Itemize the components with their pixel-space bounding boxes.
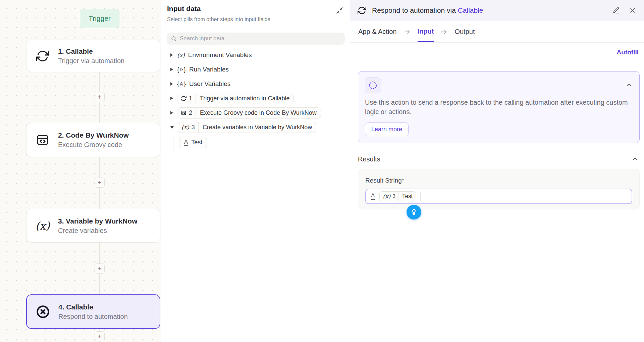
tree-item-label: User Variables [189, 80, 230, 88]
tree-item-step-2[interactable]: 2 Execute Groovy code in Code By WurkNow [170, 107, 344, 118]
add-step-button[interactable]: + [95, 263, 105, 274]
brace-user-icon: {} [177, 81, 186, 88]
step-card-1-callable[interactable]: 1. Callable Trigger via automation [26, 40, 160, 72]
step-subtitle: Respond to automation [58, 313, 128, 321]
pill-label: Execute Groovy code in Code By WurkNow [196, 108, 321, 118]
arrow-right-icon [440, 21, 448, 42]
tree-item-user-variables[interactable]: {} User Variables [170, 78, 344, 90]
close-icon[interactable] [629, 7, 636, 14]
paren-x-icon: (x) [177, 52, 185, 58]
paren-x-icon: (x) [181, 124, 189, 131]
detail-header: Respond to automation via Callable [350, 0, 644, 21]
results-heading: Results [358, 155, 380, 163]
arrow-up-eject-icon [410, 208, 418, 216]
chevron-up-icon[interactable] [625, 81, 633, 89]
search-icon [171, 36, 177, 42]
paren-x-icon: (x) [383, 193, 390, 200]
action-info-box: Use this action to send a response back … [358, 71, 640, 143]
pill-label: Trigger via automation in Callable [196, 93, 293, 104]
code-window-icon [181, 110, 186, 116]
add-step-button[interactable]: + [95, 331, 105, 341]
tree-item-step-1[interactable]: 1 Trigger via automation in Callable [170, 93, 344, 104]
tree-item-step-3-expanded[interactable]: (x) 3 Create variables in Variable by Wu… [170, 121, 344, 133]
caret-down-icon [170, 126, 174, 129]
step-card-4-callable-selected[interactable]: 4. Callable Respond to automation [26, 294, 160, 329]
step-subtitle: Create variables [58, 227, 138, 235]
step-number: 2 [189, 109, 192, 116]
step-number: 3 [192, 124, 195, 131]
step-number: 1 [189, 95, 192, 102]
divider [161, 27, 350, 27]
pill-label: Create variables in Variable by WurkNow [199, 122, 316, 133]
result-string-input[interactable]: A (x) 3 Test [365, 189, 632, 204]
step-subtitle: Execute Groovy code [58, 141, 129, 149]
trigger-badge[interactable]: Trigger [80, 9, 119, 28]
caret-right-icon [170, 97, 173, 100]
info-text: Use this action to send a response back … [365, 98, 633, 117]
autofill-row: Autofill [350, 43, 644, 62]
input-data-tree: (x) Environment Variables {} Run Variabl… [170, 49, 344, 150]
autofill-button[interactable]: Autofill [617, 49, 639, 56]
step-title: 2. Code By WurkNow [58, 131, 129, 139]
variable-x-icon: (x) [34, 219, 51, 232]
search-input[interactable] [180, 35, 341, 42]
caret-right-icon [170, 82, 173, 86]
add-step-button[interactable]: + [95, 178, 105, 188]
edit-icon[interactable] [612, 7, 620, 14]
step-card-3-variable-by-wurknow[interactable]: (x) 3. Variable by WurkNow Create variab… [26, 209, 160, 243]
search-input-data[interactable] [167, 33, 345, 45]
learn-more-button[interactable]: Learn more [365, 123, 409, 136]
variable-pill-test[interactable]: (x) 3 Test [379, 191, 416, 201]
step-tabs: App & Action Input Output [350, 21, 644, 43]
text-icon: A [371, 193, 375, 200]
collapse-panel-icon[interactable] [336, 7, 343, 14]
add-step-button[interactable]: + [95, 92, 105, 102]
result-string-label: Result String* [365, 177, 632, 184]
tab-app-and-action[interactable]: App & Action [358, 21, 397, 42]
callable-link[interactable]: Callable [458, 6, 483, 14]
tab-input[interactable]: Input [418, 21, 434, 42]
tab-output[interactable]: Output [454, 21, 475, 42]
pill-label: Test [399, 192, 416, 201]
chevron-up-icon[interactable] [631, 155, 639, 163]
input-data-title: Input data [167, 5, 201, 13]
insert-pill-button[interactable] [407, 205, 421, 219]
workflow-canvas: Trigger 1. Callable Trigger via automati… [0, 0, 161, 342]
input-data-panel: Input data Select pills from other steps… [161, 0, 350, 342]
sync-icon [181, 96, 186, 101]
circle-x-icon [34, 304, 52, 320]
sync-icon [358, 6, 366, 15]
results-section-header: Results [358, 155, 639, 163]
action-detail-panel: Respond to automation via Callable App &… [350, 0, 644, 342]
detail-title: Respond to automation via Callable [372, 6, 483, 14]
sync-icon [34, 50, 51, 62]
caret-right-icon [170, 53, 173, 57]
tree-item-label: Run Variables [189, 66, 229, 73]
step-title: 3. Variable by WurkNow [58, 217, 138, 225]
arrow-right-icon [404, 21, 411, 42]
tree-item-run-variables[interactable]: {} Run Variables [170, 64, 344, 75]
step-subtitle: Trigger via automation [58, 57, 124, 65]
step-card-2-code-by-wurknow[interactable]: 2. Code By WurkNow Execute Groovy code [26, 123, 160, 157]
step-title: 1. Callable [58, 47, 124, 55]
text-icon: A [184, 139, 188, 146]
variable-pill-test[interactable]: A Test [179, 137, 207, 148]
result-string-card: Result String* A (x) 3 Test [358, 169, 640, 209]
step-title: 4. Callable [58, 303, 128, 311]
tree-item-environment-variables[interactable]: (x) Environment Variables [170, 49, 344, 61]
caret-right-icon [170, 111, 173, 114]
brace-play-icon: {} [177, 66, 186, 73]
input-data-subtitle: Select pills from other steps into input… [167, 16, 343, 22]
tree-children: A Test [173, 136, 344, 150]
text-cursor [421, 192, 421, 201]
step-number: 3 [392, 193, 395, 199]
pill-label: Test [191, 139, 202, 146]
code-window-icon [34, 133, 51, 147]
tree-item-label: Environment Variables [188, 51, 252, 59]
info-alert-icon [365, 77, 381, 93]
caret-right-icon [170, 68, 173, 71]
